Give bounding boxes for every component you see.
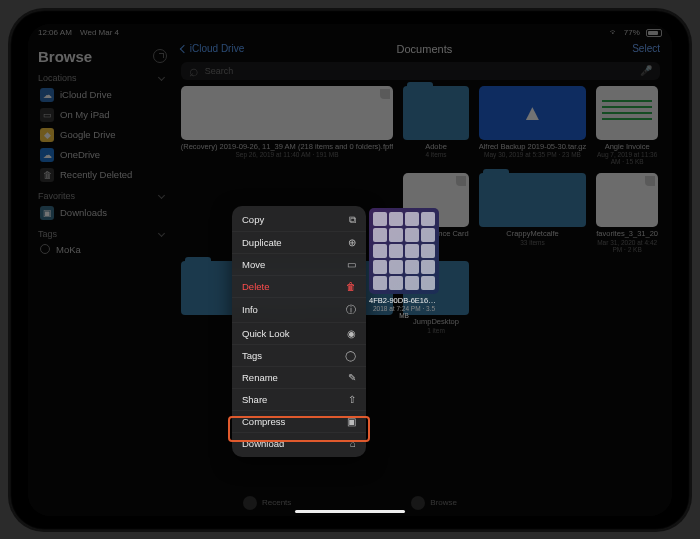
menu-share[interactable]: Share⇧: [232, 389, 366, 411]
chevron-left-icon: [180, 45, 188, 53]
share-icon: ⇧: [348, 394, 356, 405]
sidebar-tag-moka[interactable]: MoKa: [38, 241, 167, 258]
chevron-down-icon: [158, 230, 165, 237]
file-meta: Aug 7, 2019 at 11:36 AM · 15 KB: [596, 151, 658, 165]
copy-icon: ⧉: [349, 214, 356, 226]
file-item[interactable]: Adobe4 items: [403, 86, 468, 166]
file-name: (Recovery) 2019-09-26, 11_39 AM (218 ite…: [181, 143, 393, 152]
duplicate-icon: ⊕: [348, 237, 356, 248]
chevron-down-icon: [158, 74, 165, 81]
menu-duplicate[interactable]: Duplicate⊕: [232, 232, 366, 254]
menu-compress[interactable]: Compress▣: [232, 411, 366, 433]
menu-move[interactable]: Move▭: [232, 254, 366, 276]
info-icon: ⓘ: [346, 303, 356, 317]
menu-copy[interactable]: Copy⧉: [232, 209, 366, 232]
file-name: JumpDesktop: [403, 318, 468, 327]
tags-icon: ◯: [345, 350, 356, 361]
trash-icon: 🗑: [40, 168, 54, 182]
sidebar-item-onedrive[interactable]: ☁OneDrive: [38, 145, 167, 165]
file-name: favorites_3_31_20: [596, 230, 658, 239]
file-item[interactable]: favorites_3_31_20Mar 31, 2020 at 4:42 PM…: [596, 173, 658, 253]
menu-delete[interactable]: Delete🗑: [232, 276, 366, 298]
section-locations[interactable]: Locations: [38, 73, 167, 83]
onedrive-icon: ☁: [40, 148, 54, 162]
sidebar: Browse Locations ☁iCloud Drive ▭On My iP…: [28, 40, 177, 516]
tgz-thumb: ▲: [479, 86, 587, 140]
section-favorites[interactable]: Favorites: [38, 191, 167, 201]
select-button[interactable]: Select: [632, 43, 660, 54]
sidebar-item-trash[interactable]: 🗑Recently Deleted: [38, 165, 167, 185]
file-meta: Mar 31, 2020 at 4:42 PM · 2 KB: [596, 239, 658, 253]
back-button[interactable]: iCloud Drive: [181, 43, 244, 54]
gdrive-icon: ◆: [40, 128, 54, 142]
rename-icon: ✎: [348, 372, 356, 383]
status-time: 12:06 AM: [38, 28, 72, 37]
spreadsheet-thumb: [596, 86, 658, 140]
file-meta: 33 items: [479, 239, 587, 246]
cloud-icon: ☁: [40, 88, 54, 102]
compress-icon: ▣: [347, 416, 356, 427]
download-icon: ⌂: [350, 438, 356, 449]
menu-tags[interactable]: Tags◯: [232, 345, 366, 367]
menu-quick-look[interactable]: Quick Look◉: [232, 323, 366, 345]
file-meta: 4 items: [403, 151, 468, 158]
search-bar[interactable]: ⌕ 🎤: [181, 62, 660, 80]
file-name: Alfred Backup 2019-05-30.tar.gz: [479, 143, 587, 152]
chevron-down-icon: [158, 192, 165, 199]
home-indicator[interactable]: [295, 510, 405, 513]
screenshot-thumb: [369, 208, 439, 294]
recents-icon[interactable]: [153, 49, 167, 63]
status-bar: 12:06 AM Wed Mar 4 ᯤ 77%: [28, 24, 672, 40]
menu-download[interactable]: Download⌂: [232, 433, 366, 454]
tab-browse[interactable]: Browse: [411, 496, 457, 510]
doc-thumb: [596, 173, 658, 227]
sidebar-title: Browse: [38, 48, 92, 65]
file-item[interactable]: CrappyMetcalfe33 items: [479, 173, 587, 253]
sidebar-item-onmyipad[interactable]: ▭On My iPad: [38, 105, 167, 125]
quick look-icon: ◉: [347, 328, 356, 339]
search-icon: ⌕: [189, 62, 199, 80]
page-title: Documents: [177, 43, 672, 55]
folder-icon: ▣: [40, 206, 54, 220]
file-item[interactable]: (Recovery) 2019-09-26, 11_39 AM (218 ite…: [181, 86, 393, 166]
sidebar-item-gdrive[interactable]: ◆Google Drive: [38, 125, 167, 145]
battery-pct: 77%: [624, 28, 640, 37]
folder-thumb: [403, 86, 468, 140]
file-item[interactable]: Angie InvoiceAug 7, 2019 at 11:36 AM · 1…: [596, 86, 658, 166]
file-name: CrappyMetcalfe: [479, 230, 587, 239]
battery-icon: [646, 29, 662, 37]
sidebar-item-downloads[interactable]: ▣Downloads: [38, 203, 167, 223]
file-meta: 1 item: [403, 327, 468, 334]
selected-file-name: 4FB2-90DB-6E165F6A209CF: [369, 297, 439, 306]
folder-thumb: [479, 173, 587, 227]
tag-circle-icon: [40, 244, 50, 254]
file-item[interactable]: ▲Alfred Backup 2019-05-30.tar.gzMay 30, …: [479, 86, 587, 166]
sidebar-item-icloud[interactable]: ☁iCloud Drive: [38, 85, 167, 105]
file-meta: Sep 26, 2019 at 11:40 AM · 191 MB: [181, 151, 393, 158]
move-icon: ▭: [347, 259, 356, 270]
search-input[interactable]: [205, 66, 634, 76]
menu-rename[interactable]: Rename✎: [232, 367, 366, 389]
delete-icon: 🗑: [346, 281, 356, 292]
doc-thumb: [181, 86, 393, 140]
selected-file-meta: 2018 at 7:24 PM · 3.5 MB: [369, 305, 439, 319]
mic-icon[interactable]: 🎤: [640, 65, 652, 76]
file-name: Angie Invoice: [596, 143, 658, 152]
folder-icon: [411, 496, 425, 510]
ipad-icon: ▭: [40, 108, 54, 122]
file-meta: May 30, 2019 at 5:35 PM · 23 MB: [479, 151, 587, 158]
status-date: Wed Mar 4: [80, 28, 119, 37]
selected-file-preview[interactable]: 4FB2-90DB-6E165F6A209CF 2018 at 7:24 PM …: [369, 208, 439, 320]
clock-icon: [243, 496, 257, 510]
menu-info[interactable]: Infoⓘ: [232, 298, 366, 323]
tab-recents[interactable]: Recents: [243, 496, 291, 510]
context-menu: Copy⧉Duplicate⊕Move▭Delete🗑InfoⓘQuick Lo…: [232, 206, 366, 457]
bottom-tabs: Recents Browse: [243, 496, 457, 510]
section-tags[interactable]: Tags: [38, 229, 167, 239]
file-name: Adobe: [403, 143, 468, 152]
wifi-icon: ᯤ: [610, 28, 618, 37]
